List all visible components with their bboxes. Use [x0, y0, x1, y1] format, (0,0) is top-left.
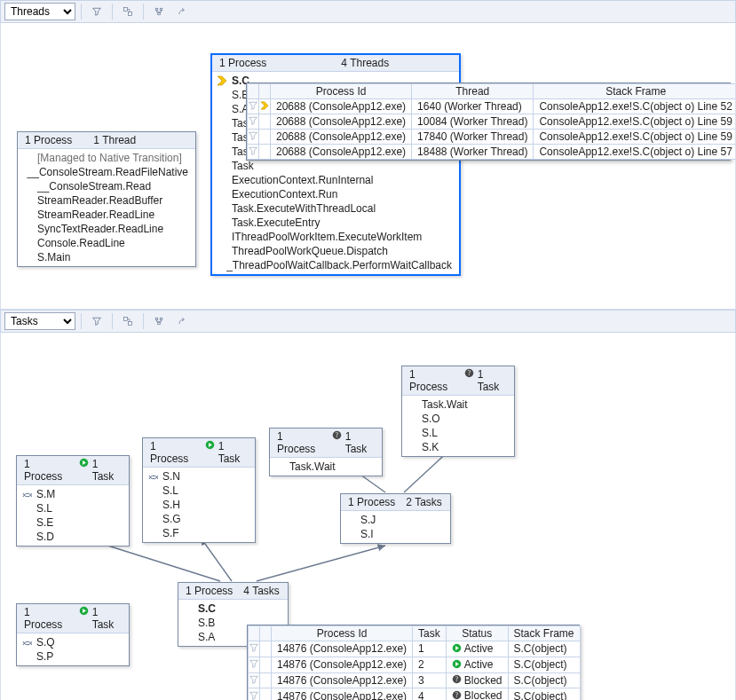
svg-rect-4 — [158, 12, 161, 15]
task-node[interactable]: 1 Process ? 1 Task Task.Wait S.O S.L S.K — [401, 366, 515, 457]
question-icon: ? — [464, 368, 474, 393]
question-icon: ? — [332, 430, 342, 455]
table-row: 14876 (ConsoleApp12.exe)2ActiveS.C(objec… — [249, 657, 581, 672]
svg-text:?: ? — [468, 369, 471, 377]
breakpoint-icon — [20, 488, 33, 500]
task-node[interactable]: 1 Process 1 Task S.Q S.P — [16, 603, 130, 666]
node-header-thr: 1 Thread — [93, 134, 136, 146]
threads-detail-grid[interactable]: Process Id Thread Stack Frame 20688 (Con… — [246, 83, 731, 161]
task-node[interactable]: 1 Process 2 Tasks S.J S.I — [340, 493, 451, 544]
tasks-canvas: 1 Process 1 Task S.M S.L S.E S.D 1 Proce… — [0, 333, 736, 700]
breakpoint-icon — [146, 470, 159, 483]
play-icon — [205, 440, 215, 465]
table-row: 14876 (ConsoleApp12.exe)1ActiveS.C(objec… — [249, 641, 581, 657]
table-row: 14876 (ConsoleApp12.exe)4?BlockedS.C(obj… — [249, 688, 581, 700]
svg-text:?: ? — [336, 431, 338, 439]
node-header-proc: 1 Process — [25, 134, 72, 146]
svg-text:?: ? — [455, 692, 458, 700]
filter-icon[interactable] — [87, 2, 107, 21]
tasks-toolbar: Tasks — [0, 310, 736, 333]
table-row: 14876 (ConsoleApp12.exe)3?BlockedS.C(obj… — [249, 672, 581, 688]
table-row: 20688 (ConsoleApp12.exe) 1640 (Worker Th… — [248, 99, 737, 114]
table-row: 20688 (ConsoleApp12.exe) 17840 (Worker T… — [248, 130, 737, 145]
svg-rect-0 — [124, 8, 128, 12]
node-header-proc: 1 Process — [219, 57, 266, 69]
svg-text:?: ? — [455, 676, 458, 684]
expand-all-icon[interactable] — [118, 2, 138, 21]
play-icon — [79, 606, 89, 631]
svg-line-11 — [201, 538, 232, 581]
svg-rect-6 — [129, 322, 132, 326]
task-node[interactable]: 1 Process ? 1 Task Task.Wait — [269, 428, 383, 476]
svg-rect-8 — [160, 318, 162, 320]
svg-rect-3 — [160, 8, 162, 11]
threads-node-left[interactable]: 1 Process 1 Thread [Managed to Native Tr… — [17, 131, 196, 267]
play-icon — [79, 458, 89, 483]
task-node[interactable]: 1 Process 1 Task S.N S.L S.H S.G S.F — [142, 437, 256, 543]
auto-arrange-icon[interactable] — [172, 2, 192, 21]
node-header-thr: 4 Threads — [341, 57, 389, 69]
svg-rect-2 — [155, 8, 158, 11]
svg-line-14 — [257, 546, 385, 581]
view-select[interactable]: Threads — [4, 3, 75, 20]
table-row: 20688 (ConsoleApp12.exe) 10084 (Worker T… — [248, 114, 737, 130]
svg-rect-5 — [124, 318, 128, 321]
table-row: 20688 (ConsoleApp12.exe) 18488 (Worker T… — [248, 145, 737, 160]
auto-arrange-icon[interactable] — [172, 311, 192, 331]
breakpoint-icon — [20, 636, 33, 649]
filter-icon[interactable] — [87, 311, 107, 331]
svg-rect-1 — [129, 12, 132, 16]
threads-toolbar: Threads — [0, 0, 736, 23]
expand-all-icon[interactable] — [118, 311, 138, 331]
current-frame-arrow-icon — [216, 75, 228, 87]
view-select[interactable]: Tasks — [4, 312, 75, 330]
toggle-method-view-icon[interactable] — [149, 2, 169, 21]
toggle-method-view-icon[interactable] — [149, 311, 169, 331]
task-node[interactable]: 1 Process 1 Task S.M S.L S.E S.D — [16, 455, 130, 547]
threads-canvas: 1 Process 1 Thread [Managed to Native Tr… — [0, 23, 736, 310]
tasks-detail-grid[interactable]: Process Id Task Status Stack Frame 14876… — [247, 625, 580, 700]
svg-rect-7 — [155, 318, 158, 320]
svg-rect-9 — [158, 322, 161, 325]
